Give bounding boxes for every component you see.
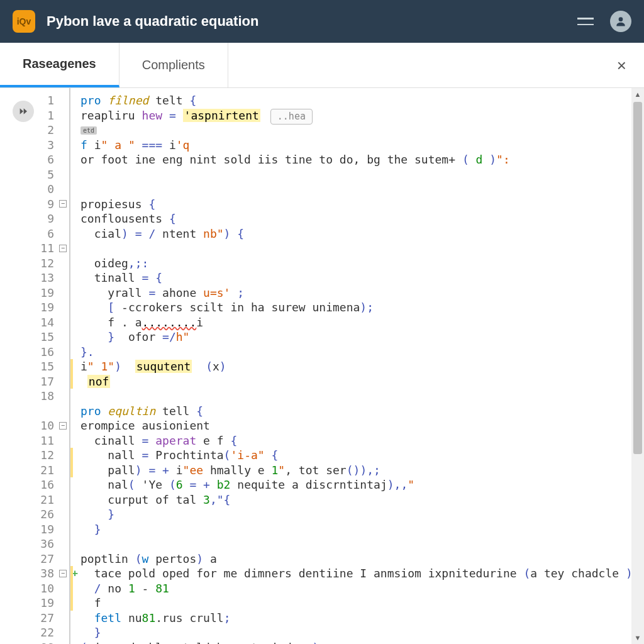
code-line[interactable] [80,389,644,404]
code-line[interactable]: nof [80,374,644,389]
line-number: 10− [0,418,69,433]
line-number-gutter: 11236509−9611−1213191914151615171810−111… [0,88,69,644]
app-header: iQv Pybon lave a quadratic equation [0,0,644,43]
code-line[interactable]: f . a........i [80,315,644,330]
line-number: 11 [0,433,69,448]
line-number: 9− [0,197,69,212]
line-number: 15 [0,330,69,345]
hamburger-menu-icon[interactable] [577,18,594,25]
code-line[interactable]: nal( 'Ye (6 = + b2 nequite a discrntinta… [80,477,644,492]
line-number: 12 [0,256,69,271]
line-number: 6 [0,152,69,167]
code-line[interactable]: pro fîlned telt { [80,93,644,108]
code-line[interactable]: (pium edrable stald by not siaders) [80,640,644,645]
code-line[interactable] [80,536,644,552]
code-line[interactable]: fetl nu81.rus crull; [80,611,644,626]
code-line[interactable]: propiesus { [80,197,644,212]
change-marker [70,596,73,611]
code-line[interactable]: pall) = + i"ee hmally e 1", tot ser()),; [80,463,644,478]
person-icon [614,15,627,28]
code-line[interactable]: or foot ine eng nint sold iis tine to do… [80,152,644,167]
line-number: 19 [0,596,69,611]
code-line[interactable]: conflousents { [80,211,644,226]
code-line[interactable]: curput of tal 3,"{ [80,492,644,508]
code-line[interactable]: } ofor =/h" [80,330,644,345]
change-marker [70,566,73,581]
code-line[interactable]: } [80,507,644,522]
code-line[interactable]: reapliru hew = 'aspnirtent..hea [80,108,644,123]
tab-raseagenes[interactable]: Raseagenes [0,43,119,87]
line-number: 12 [0,448,69,463]
code-line[interactable] [80,241,644,256]
fold-toggle-icon[interactable]: − [59,570,67,577]
code-line[interactable]: oideg,;: [80,256,644,271]
line-number: 16 [0,477,69,492]
line-number: 26 [0,507,69,522]
code-line[interactable]: }. [80,345,644,360]
line-number: 14 [0,315,69,330]
line-number: 88 [0,640,69,645]
line-number: 19 [0,300,69,315]
inline-badge: etd [80,126,97,135]
line-number: 2 [0,123,69,138]
code-line[interactable]: } [80,522,644,537]
code-line[interactable]: cinall = aperat e f { [80,433,644,448]
code-line[interactable]: tinall = { [80,270,644,286]
header-actions [577,11,631,32]
line-number: 19 [0,522,69,537]
code-line[interactable]: etd [80,123,644,138]
line-number: 1 [0,108,69,123]
line-number: 5 [0,167,69,182]
line-number: 18 [0,389,69,404]
code-line[interactable]: yrall = ahone u=s' ; [80,286,644,301]
vertical-scrollbar[interactable]: ▲ ▼ [631,88,644,644]
code-editor: 11236509−9611−1213191914151615171810−111… [0,88,644,644]
user-avatar[interactable] [610,11,631,32]
code-line[interactable]: poptlin (w pertos) a [80,552,644,567]
code-line[interactable] [80,167,644,182]
svg-point-0 [619,17,623,21]
app-logo: iQv [13,10,35,33]
fold-toggle-icon[interactable]: − [59,200,67,208]
line-number: 3 [0,138,69,153]
fold-toggle-icon[interactable]: − [59,245,67,252]
line-number: 9 [0,211,69,226]
scroll-thumb[interactable] [633,102,642,454]
code-area[interactable]: pro fîlned telt {reapliru hew = 'aspnirt… [69,88,644,644]
change-marker [70,359,73,374]
code-line[interactable]: i" 1") suqutent (x) [80,359,644,374]
code-line[interactable]: pro equltin tell { [80,404,644,419]
tab-complients[interactable]: Complients [119,43,228,87]
code-line[interactable]: cial) = / ntent nb") { [80,226,644,242]
line-number: 21 [0,463,69,478]
line-number [0,404,69,419]
line-number: 21 [0,492,69,508]
fold-toggle-icon[interactable]: − [59,422,67,430]
code-line[interactable]: } [80,625,644,640]
code-line[interactable]: erompice ausionient [80,418,644,433]
inline-hint[interactable]: ..hea [270,109,313,125]
line-number: 38−+ [0,566,69,581]
line-number: 27 [0,611,69,626]
line-number: 13 [0,270,69,286]
code-line[interactable]: / no 1 - 81 [80,581,644,596]
code-line[interactable] [80,182,644,197]
line-number: 36 [0,536,69,552]
line-number: 17 [0,374,69,389]
scroll-up-icon[interactable]: ▲ [631,88,644,101]
scroll-down-icon[interactable]: ▼ [631,631,644,644]
change-marker [70,581,73,596]
line-number: 15 [0,359,69,374]
code-line[interactable]: nall = Prochtinta('i-a" { [80,448,644,463]
close-icon[interactable]: × [617,55,626,75]
line-number: 6 [0,226,69,242]
tab-bar: Raseagenes Complients × [0,43,644,88]
code-line[interactable]: f [80,596,644,611]
line-number: 19 [0,286,69,301]
line-number: 1 [0,93,69,108]
change-marker [70,374,73,389]
page-title: Pybon lave a quadratic equation [47,13,577,30]
code-line[interactable]: [ -ccrokers scilt in ha surew unimena); [80,300,644,315]
code-line[interactable]: tace pold oped for me dimners dentiine I… [80,566,644,581]
code-line[interactable]: f i" a " === i'q [80,138,644,153]
